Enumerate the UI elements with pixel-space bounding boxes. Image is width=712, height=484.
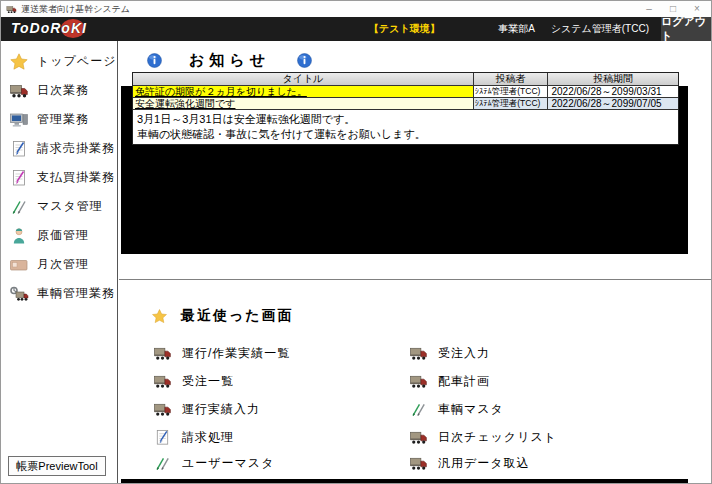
calc-icon xyxy=(9,255,29,275)
pencils-icon xyxy=(9,197,29,217)
column-header-poster: 投稿者 xyxy=(474,73,549,86)
logout-button[interactable]: ログアウト xyxy=(661,17,711,41)
sidebar: トップページ 日次業務 管理業務 請求売掛業務 支払買掛業務 マスタ管理 原価管… xyxy=(1,41,118,483)
period-cell: 2022/06/28～2099/03/31 xyxy=(548,86,678,98)
announcement-detail: 3月1日～3月31日は安全運転強化週間です。 車輌の状態確認・事故に気を付けて運… xyxy=(133,110,678,144)
recent-item-generic-data-import[interactable]: 汎用データ取込 xyxy=(409,453,530,473)
main-content: お知らせ タイトル 投稿者 投稿期間 免許証の期限が２ヵ月を切りました。 ｼｽﾃ… xyxy=(119,41,711,483)
column-header-title: タイトル xyxy=(133,73,474,86)
table-row: 免許証の期限が２ヵ月を切りました。 ｼｽﾃﾑ管理者(TCC) 2022/06/2… xyxy=(133,86,678,98)
user-label: システム管理者(TCC) xyxy=(551,22,649,36)
star-icon xyxy=(151,308,168,325)
sidebar-item-payment-payable[interactable]: 支払買掛業務 xyxy=(1,163,117,192)
recent-item-billing-process[interactable]: 請求処理 xyxy=(153,427,234,447)
sidebar-item-vehicle-management[interactable]: 車輌管理業務 xyxy=(1,279,117,308)
recent-item-operation-results-entry[interactable]: 運行実績入力 xyxy=(153,399,260,419)
truck-icon xyxy=(9,81,29,101)
announcements-table: タイトル 投稿者 投稿期間 免許証の期限が２ヵ月を切りました。 ｼｽﾃﾑ管理者(… xyxy=(132,72,679,145)
table-row: 安全運転強化週間です ｼｽﾃﾑ管理者(TCC) 2022/06/28～2099/… xyxy=(133,98,678,110)
sidebar-item-cost-management[interactable]: 原価管理 xyxy=(1,221,117,250)
announcement-link[interactable]: 免許証の期限が２ヵ月を切りました。 xyxy=(133,86,474,98)
sidebar-item-monthly-management[interactable]: 月次管理 xyxy=(1,250,117,279)
brand-logo-text: ToDoRoKI xyxy=(11,20,87,36)
sidebar-item-master-management[interactable]: マスタ管理 xyxy=(1,192,117,221)
period-cell: 2022/06/28～2099/07/05 xyxy=(548,98,678,110)
recent-item-order-list[interactable]: 受注一覧 xyxy=(153,371,234,391)
section-divider xyxy=(119,279,711,280)
poster-cell: ｼｽﾃﾑ管理者(TCC) xyxy=(474,98,549,110)
announcements-heading: お知らせ xyxy=(146,51,313,69)
division-label: 事業部A xyxy=(498,22,535,36)
minimize-button[interactable]: – xyxy=(637,1,661,17)
recent-item-daily-checklist[interactable]: 日次チェックリスト xyxy=(409,427,557,447)
person-icon xyxy=(9,226,29,246)
app-icon xyxy=(6,4,17,15)
truck-icon xyxy=(409,428,428,447)
pencils-icon xyxy=(153,454,172,473)
table-header-row: タイトル 投稿者 投稿期間 xyxy=(133,73,678,86)
recent-screens-heading: 最近使った画面 xyxy=(151,307,294,325)
recent-item-vehicle-master[interactable]: 車輌マスタ xyxy=(409,399,504,419)
poster-cell: ｼｽﾃﾑ管理者(TCC) xyxy=(474,86,549,98)
truck-icon xyxy=(153,344,172,363)
recent-item-dispatch-plan[interactable]: 配車計画 xyxy=(409,371,490,391)
sidebar-item-billing-receivable[interactable]: 請求売掛業務 xyxy=(1,134,117,163)
environment-badge: 【テスト環境】 xyxy=(369,22,440,36)
announcement-detail-line: 3月1日～3月31日は安全運転強化週間です。 xyxy=(137,112,674,127)
sidebar-item-daily-work[interactable]: 日次業務 xyxy=(1,76,117,105)
app-header-bar: ToDoRoKI 【テスト環境】 事業部A システム管理者(TCC) ログアウト xyxy=(1,17,711,41)
truck-icon xyxy=(153,400,172,419)
monitor-icon xyxy=(9,110,29,130)
truck-icon xyxy=(409,344,428,363)
sidebar-item-admin-work[interactable]: 管理業務 xyxy=(1,105,117,134)
app-window: 運送業者向け基幹システム – □ × ToDoRoKI 【テスト環境】 事業部A… xyxy=(0,0,712,484)
recent-item-order-entry[interactable]: 受注入力 xyxy=(409,343,490,363)
recent-item-user-master[interactable]: ユーザーマスタ xyxy=(153,453,274,473)
report-preview-tool-button[interactable]: 帳票PreviewTool xyxy=(8,456,106,476)
announcement-detail-line: 車輌の状態確認・事故に気を付けて運転をお願いします。 xyxy=(137,127,674,142)
recent-item-operation-work-results-list[interactable]: 運行/作業実績一覧 xyxy=(153,343,290,363)
recent-screens-title: 最近使った画面 xyxy=(181,307,294,325)
sidebar-item-top-page[interactable]: トップページ xyxy=(1,47,117,76)
info-icon[interactable] xyxy=(296,52,313,69)
note-blue-icon xyxy=(153,428,172,447)
window-title: 運送業者向け基幹システム xyxy=(21,3,130,16)
titlebar: 運送業者向け基幹システム – □ × xyxy=(1,1,711,17)
truck-tool-icon xyxy=(9,284,29,304)
info-icon[interactable] xyxy=(146,52,163,69)
announcements-title: お知らせ xyxy=(189,51,270,70)
truck-icon xyxy=(409,454,428,473)
truck-icon xyxy=(153,372,172,391)
announcement-link[interactable]: 安全運転強化週間です xyxy=(133,98,474,110)
cutoff-black-area xyxy=(121,479,688,484)
brand-logo: ToDoRoKI xyxy=(9,17,119,41)
star-icon xyxy=(9,52,29,72)
pencils-icon xyxy=(409,400,428,419)
truck-icon xyxy=(409,372,428,391)
note-blue-icon xyxy=(9,139,29,159)
column-header-period: 投稿期間 xyxy=(548,73,678,86)
note-pink-icon xyxy=(9,168,29,188)
